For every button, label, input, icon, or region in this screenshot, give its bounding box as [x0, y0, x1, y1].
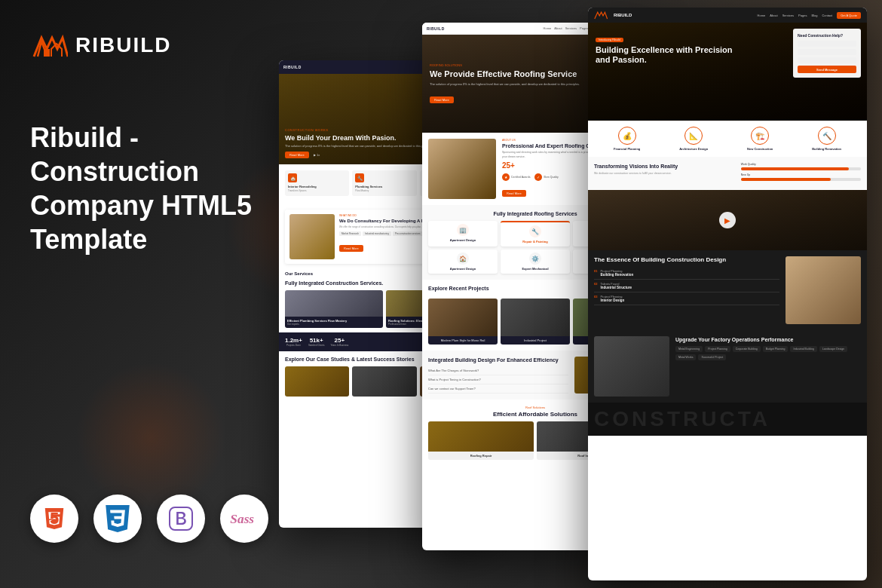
pc3-factory-links: Metal Engineering Project Planning Corpo… — [675, 346, 861, 360]
pc3-visions-content: Transforming Visions Into Reality We ded… — [594, 163, 727, 179]
pc2-feature-img — [428, 139, 496, 199]
plumbing-icon: 🔧 — [355, 173, 364, 182]
pc2-brand: RIBUILD — [427, 26, 445, 31]
pc3-bar-newup — [741, 178, 861, 181]
pc3-input-email[interactable] — [798, 49, 856, 55]
pc3-factory-img — [594, 336, 669, 397]
badge-bootstrap — [157, 495, 205, 543]
pc3-design-item-2: 02 Talents Found Industrial Structure — [594, 280, 779, 292]
pc3-design-items: 01 Project Planning Building Renovation … — [594, 267, 779, 305]
pc2-eff-roofing: Roofing Repair — [428, 421, 534, 460]
pc3-visions-bars: Work Quality New Up — [741, 163, 861, 184]
pc3-bar-quality — [741, 167, 861, 170]
pc3-design-content: The Essence Of Building Construction Des… — [594, 256, 779, 324]
pc3-watermark-section: CONSTRUCTA — [588, 403, 867, 436]
pc3-factory-section: Upgrade Your Factory Operations Performa… — [588, 330, 867, 403]
pc3-navbar: RIBUILD Home About Services Pages Blog C… — [588, 8, 867, 23]
pc3-hero-title: Building Excellence with Precision and P… — [596, 45, 741, 65]
svg-rect-0 — [44, 49, 50, 57]
pc2-hero-cta[interactable]: Read More — [430, 96, 454, 103]
svg-text:Sass: Sass — [230, 512, 254, 526]
previews-container: RIBUILD Home About Services Get A Quote … — [264, 0, 882, 588]
pc3-contact-form: Need Construction Help? Send Message — [793, 29, 861, 78]
brand-name: RIBUILD — [75, 33, 172, 57]
pc1-card-plumbing: 🔧 Plumbing Services Flow Mastery — [352, 170, 416, 196]
pc2-faq-items: What Are The Charges of Stonework? What … — [428, 366, 568, 394]
pc3-icon-architecture: 📐 Architecture Design — [679, 127, 708, 151]
pc3-watermark: CONSTRUCTA — [594, 407, 861, 431]
pc3-video-section: ▶ — [588, 190, 867, 250]
pc3-icon-renovation: 🔨 Building Renovation — [812, 127, 841, 151]
pc3-submit-btn[interactable]: Send Message — [798, 66, 856, 73]
pc2-project-1: Modern Plum Style for Mono Rail — [428, 299, 498, 345]
pc3-input-phone[interactable] — [798, 57, 856, 63]
tech-badges: 5 Sass — [30, 495, 268, 543]
pc2-feature-cta[interactable]: Read More — [502, 190, 526, 197]
pc1-stat-projects: 1.2m+ Projects Done — [285, 337, 302, 347]
logo-icon — [30, 30, 68, 60]
pc3-design-item-1: 01 Project Planning Building Renovation — [594, 267, 779, 280]
pc2-service-apartment2: 🏠 Apartment Design — [428, 250, 498, 274]
pc3-input-name[interactable] — [798, 41, 856, 47]
pc2-service-mechanical: ⚙️ Expert Mechanical — [501, 250, 570, 274]
main-title: Ribuild - Construction Company HTML5 Tem… — [30, 121, 302, 271]
pc3-hero: Introducing Ribuild Building Excellence … — [588, 23, 867, 121]
pc1-svc-plumbing: Efficient Plumbing Services Flow Mastery… — [285, 290, 383, 328]
pc2-service-apartment: 🏢 Apartment Design — [428, 221, 498, 247]
pc3-factory-content: Upgrade Your Factory Operations Performa… — [675, 336, 861, 397]
logo-area: RIBUILD — [30, 30, 172, 60]
main-heading: Ribuild - Construction Company HTML5 Tem… — [30, 121, 302, 256]
pc1-brand: RIBUILD — [283, 65, 302, 69]
pc1-stat-clients: 51k+ Satisfied Clients — [308, 337, 325, 347]
pc3-visions: Transforming Visions Into Reality We ded… — [588, 157, 867, 190]
pc3-icon-construction: 🏗️ New Construction — [747, 127, 773, 151]
pc2-service-repair: 🔧 Repair & Painting — [501, 221, 570, 247]
pc3-icons-row: 💰 Financial Planning 📐 Architecture Desi… — [594, 127, 861, 151]
badge-sass: Sass — [220, 495, 268, 543]
pc1-consult-cta[interactable]: Read More — [339, 245, 363, 252]
pc3-design-img — [786, 256, 861, 324]
pc3-brand — [594, 10, 609, 21]
pc3-nav-links: Home About Services Pages Blog Contact — [758, 14, 833, 17]
pc1-stat-years: 25+ Years In Business — [330, 337, 348, 347]
badge-css3 — [93, 495, 142, 543]
pc3-hero-badge: Introducing Ribuild — [596, 38, 623, 42]
pc3-play-button[interactable]: ▶ — [719, 212, 736, 228]
pc3-icon-financial: 💰 Financial Planning — [614, 127, 640, 151]
pc3-design-section: The Essence Of Building Construction Des… — [588, 250, 867, 330]
badge-html5: 5 — [30, 495, 78, 543]
pc3-icons-section: 💰 Financial Planning 📐 Architecture Desi… — [588, 121, 867, 157]
pc3-design-item-3: 03 Project Planning Interior Design — [594, 292, 779, 305]
preview-card-excellence: RIBUILD Home About Services Pages Blog C… — [588, 8, 867, 580]
pc3-cta-btn[interactable]: Get A Quote — [837, 12, 861, 19]
pc2-project-2: Industrial Project — [501, 299, 570, 345]
